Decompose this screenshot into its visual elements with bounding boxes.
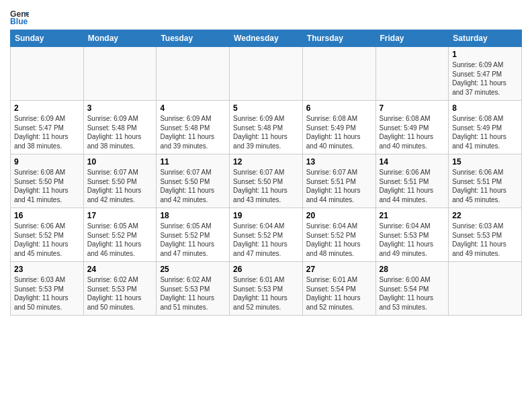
col-header-saturday: Saturday <box>449 30 522 47</box>
day-number: 26 <box>233 265 299 274</box>
day-info: Sunrise: 6:05 AM Sunset: 5:52 PM Dayligh… <box>87 222 153 258</box>
day-info: Sunrise: 6:02 AM Sunset: 5:53 PM Dayligh… <box>87 275 153 312</box>
calendar-cell: 13Sunrise: 6:07 AM Sunset: 5:51 PM Dayli… <box>302 154 375 208</box>
calendar-week-3: 9Sunrise: 6:08 AM Sunset: 5:50 PM Daylig… <box>11 154 522 208</box>
calendar-cell <box>83 47 157 101</box>
calendar-header: SundayMondayTuesdayWednesdayThursdayFrid… <box>11 30 522 47</box>
day-number: 4 <box>160 103 226 113</box>
day-number: 3 <box>87 103 153 113</box>
day-number: 27 <box>306 265 372 274</box>
day-info: Sunrise: 6:04 AM Sunset: 5:53 PM Dayligh… <box>380 222 445 258</box>
day-number: 22 <box>452 211 518 220</box>
day-number: 2 <box>14 103 80 113</box>
day-info: Sunrise: 6:09 AM Sunset: 5:48 PM Dayligh… <box>160 114 226 150</box>
calendar-cell: 21Sunrise: 6:04 AM Sunset: 5:53 PM Dayli… <box>375 208 449 262</box>
calendar-cell: 19Sunrise: 6:04 AM Sunset: 5:52 PM Dayli… <box>230 208 303 262</box>
calendar-cell: 28Sunrise: 6:00 AM Sunset: 5:54 PM Dayli… <box>375 262 449 316</box>
calendar-cell: 4Sunrise: 6:09 AM Sunset: 5:48 PM Daylig… <box>157 101 230 154</box>
day-number: 20 <box>306 211 372 220</box>
calendar-cell: 27Sunrise: 6:01 AM Sunset: 5:54 PM Dayli… <box>302 262 375 316</box>
calendar-cell: 26Sunrise: 6:01 AM Sunset: 5:53 PM Dayli… <box>230 262 303 316</box>
calendar-cell: 9Sunrise: 6:08 AM Sunset: 5:50 PM Daylig… <box>11 154 84 208</box>
calendar-cell: 16Sunrise: 6:06 AM Sunset: 5:52 PM Dayli… <box>11 208 84 262</box>
calendar-cell: 20Sunrise: 6:04 AM Sunset: 5:52 PM Dayli… <box>302 208 375 262</box>
day-info: Sunrise: 6:09 AM Sunset: 5:48 PM Dayligh… <box>233 114 299 150</box>
day-number: 18 <box>160 211 226 220</box>
day-number: 19 <box>233 211 299 220</box>
col-header-thursday: Thursday <box>302 30 375 47</box>
day-info: Sunrise: 6:03 AM Sunset: 5:53 PM Dayligh… <box>452 222 518 258</box>
day-info: Sunrise: 6:08 AM Sunset: 5:49 PM Dayligh… <box>306 114 372 150</box>
col-header-sunday: Sunday <box>11 30 84 47</box>
calendar-cell: 15Sunrise: 6:06 AM Sunset: 5:51 PM Dayli… <box>449 154 522 208</box>
calendar-cell: 18Sunrise: 6:05 AM Sunset: 5:52 PM Dayli… <box>157 208 230 262</box>
calendar-cell <box>302 47 375 101</box>
day-number: 12 <box>233 157 299 167</box>
day-number: 16 <box>14 211 80 220</box>
day-info: Sunrise: 6:07 AM Sunset: 5:50 PM Dayligh… <box>160 168 226 204</box>
day-number: 25 <box>160 265 226 274</box>
col-header-wednesday: Wednesday <box>230 30 303 47</box>
day-info: Sunrise: 6:06 AM Sunset: 5:51 PM Dayligh… <box>452 168 518 204</box>
calendar-cell <box>449 262 522 316</box>
calendar-cell: 12Sunrise: 6:07 AM Sunset: 5:50 PM Dayli… <box>230 154 303 208</box>
calendar-cell: 1Sunrise: 6:09 AM Sunset: 5:47 PM Daylig… <box>449 47 522 101</box>
calendar-week-2: 2Sunrise: 6:09 AM Sunset: 5:47 PM Daylig… <box>11 101 522 154</box>
day-number: 5 <box>233 103 299 113</box>
day-info: Sunrise: 6:07 AM Sunset: 5:51 PM Dayligh… <box>306 168 372 204</box>
calendar-cell: 14Sunrise: 6:06 AM Sunset: 5:51 PM Dayli… <box>375 154 449 208</box>
svg-text:Blue: Blue <box>10 17 28 26</box>
calendar-week-4: 16Sunrise: 6:06 AM Sunset: 5:52 PM Dayli… <box>11 208 522 262</box>
day-info: Sunrise: 6:05 AM Sunset: 5:52 PM Dayligh… <box>160 222 226 258</box>
calendar-cell: 7Sunrise: 6:08 AM Sunset: 5:49 PM Daylig… <box>375 101 449 154</box>
calendar-cell: 23Sunrise: 6:03 AM Sunset: 5:53 PM Dayli… <box>11 262 84 316</box>
day-number: 15 <box>452 157 518 167</box>
day-number: 24 <box>87 265 153 274</box>
calendar-cell <box>157 47 230 101</box>
day-info: Sunrise: 6:08 AM Sunset: 5:50 PM Dayligh… <box>14 168 80 204</box>
col-header-friday: Friday <box>375 30 449 47</box>
day-info: Sunrise: 6:09 AM Sunset: 5:48 PM Dayligh… <box>87 114 153 150</box>
day-info: Sunrise: 6:01 AM Sunset: 5:53 PM Dayligh… <box>233 275 299 312</box>
calendar-cell: 3Sunrise: 6:09 AM Sunset: 5:48 PM Daylig… <box>83 101 157 154</box>
col-header-tuesday: Tuesday <box>157 30 230 47</box>
day-number: 23 <box>14 265 80 274</box>
day-number: 6 <box>306 103 372 113</box>
logo-icon: General Blue <box>10 7 29 26</box>
calendar-cell <box>375 47 449 101</box>
calendar-cell: 8Sunrise: 6:08 AM Sunset: 5:49 PM Daylig… <box>449 101 522 154</box>
calendar-cell: 11Sunrise: 6:07 AM Sunset: 5:50 PM Dayli… <box>157 154 230 208</box>
calendar-cell: 17Sunrise: 6:05 AM Sunset: 5:52 PM Dayli… <box>83 208 157 262</box>
day-info: Sunrise: 6:00 AM Sunset: 5:54 PM Dayligh… <box>380 275 445 312</box>
day-info: Sunrise: 6:07 AM Sunset: 5:50 PM Dayligh… <box>233 168 299 204</box>
day-info: Sunrise: 6:02 AM Sunset: 5:53 PM Dayligh… <box>160 275 226 312</box>
day-info: Sunrise: 6:04 AM Sunset: 5:52 PM Dayligh… <box>233 222 299 258</box>
calendar-cell: 6Sunrise: 6:08 AM Sunset: 5:49 PM Daylig… <box>302 101 375 154</box>
day-number: 10 <box>87 157 153 167</box>
day-info: Sunrise: 6:09 AM Sunset: 5:47 PM Dayligh… <box>14 114 80 150</box>
day-number: 7 <box>380 103 445 113</box>
day-number: 21 <box>380 211 445 220</box>
calendar-week-1: 1Sunrise: 6:09 AM Sunset: 5:47 PM Daylig… <box>11 47 522 101</box>
day-number: 28 <box>380 265 445 274</box>
day-info: Sunrise: 6:04 AM Sunset: 5:52 PM Dayligh… <box>306 222 372 258</box>
day-number: 9 <box>14 157 80 167</box>
calendar-cell: 5Sunrise: 6:09 AM Sunset: 5:48 PM Daylig… <box>230 101 303 154</box>
calendar-cell: 22Sunrise: 6:03 AM Sunset: 5:53 PM Dayli… <box>449 208 522 262</box>
calendar-cell: 10Sunrise: 6:07 AM Sunset: 5:50 PM Dayli… <box>83 154 157 208</box>
day-info: Sunrise: 6:07 AM Sunset: 5:50 PM Dayligh… <box>87 168 153 204</box>
day-number: 8 <box>452 103 518 113</box>
calendar-cell: 25Sunrise: 6:02 AM Sunset: 5:53 PM Dayli… <box>157 262 230 316</box>
page-header: General Blue <box>10 7 522 26</box>
day-info: Sunrise: 6:08 AM Sunset: 5:49 PM Dayligh… <box>452 114 518 150</box>
day-number: 1 <box>452 50 518 59</box>
day-number: 14 <box>380 157 445 167</box>
day-info: Sunrise: 6:06 AM Sunset: 5:51 PM Dayligh… <box>380 168 445 204</box>
calendar-table: SundayMondayTuesdayWednesdayThursdayFrid… <box>10 30 522 316</box>
col-header-monday: Monday <box>83 30 157 47</box>
day-number: 11 <box>160 157 226 167</box>
day-info: Sunrise: 6:03 AM Sunset: 5:53 PM Dayligh… <box>14 275 80 312</box>
day-number: 13 <box>306 157 372 167</box>
calendar-cell: 2Sunrise: 6:09 AM Sunset: 5:47 PM Daylig… <box>11 101 84 154</box>
day-number: 17 <box>87 211 153 220</box>
